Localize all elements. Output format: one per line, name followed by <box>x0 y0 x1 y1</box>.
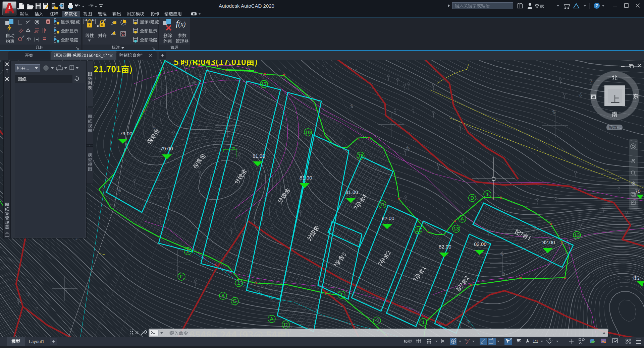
svg-text:1: 1 <box>486 191 489 197</box>
svg-text:1: 1 <box>376 318 378 323</box>
svg-text:79.00: 79.00 <box>160 146 173 151</box>
svg-text:82.00: 82.00 <box>542 239 555 245</box>
svg-text:A: A <box>270 316 273 322</box>
svg-text:D: D <box>284 322 288 327</box>
svg-text:82.00: 82.00 <box>474 241 487 247</box>
svg-text:82.00: 82.00 <box>439 244 451 250</box>
svg-text:13: 13 <box>453 226 459 231</box>
svg-text:79.00: 79.00 <box>120 131 132 136</box>
svg-text:7M: 7M <box>231 146 235 149</box>
svg-text:1: 1 <box>237 280 240 286</box>
svg-text:F: F <box>180 274 183 279</box>
svg-text:A: A <box>461 216 464 221</box>
svg-text:WCS: WCS <box>609 125 618 129</box>
svg-text:82.00: 82.00 <box>382 215 394 221</box>
svg-text:81.00: 81.00 <box>300 175 312 181</box>
svg-text:81.00: 81.00 <box>253 153 265 159</box>
svg-text:E: E <box>233 298 236 304</box>
svg-text:1: 1 <box>422 319 425 325</box>
svg-text:D: D <box>471 195 474 201</box>
svg-text:1: 1 <box>186 248 189 254</box>
svg-text:81.00: 81.00 <box>345 189 358 195</box>
svg-text:85.: 85. <box>633 275 641 281</box>
svg-text:16: 16 <box>305 129 311 135</box>
svg-text:1: 1 <box>340 292 343 297</box>
svg-text:A: A <box>221 293 225 298</box>
svg-text:13: 13 <box>574 232 580 238</box>
svg-text:11: 11 <box>380 201 385 207</box>
svg-text:17: 17 <box>261 81 267 87</box>
svg-text:11: 11 <box>416 227 421 233</box>
svg-text:16: 16 <box>358 153 364 158</box>
